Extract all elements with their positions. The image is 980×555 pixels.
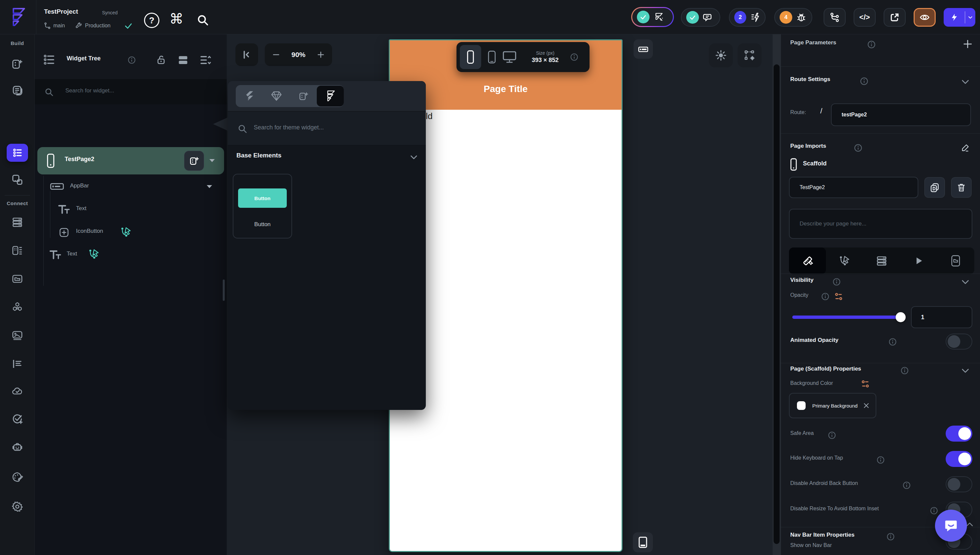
- lock-icon[interactable]: [155, 55, 167, 66]
- clear-color-icon[interactable]: [862, 402, 870, 409]
- environment-name[interactable]: Production: [85, 23, 111, 29]
- settings-gear-icon[interactable]: [11, 500, 23, 513]
- preview-eye-button[interactable]: [914, 8, 936, 27]
- cloud-functions-icon[interactable]: [11, 385, 23, 397]
- chevron-down-icon[interactable]: [960, 77, 970, 87]
- chevron-down-icon[interactable]: [409, 152, 418, 162]
- search-icon[interactable]: [196, 13, 210, 27]
- palette-item-button[interactable]: Button Button: [233, 174, 292, 239]
- tab-page-files[interactable]: [937, 247, 974, 274]
- tree-node-appbar[interactable]: AppBar: [35, 177, 227, 196]
- zoom-in-button[interactable]: [317, 51, 325, 59]
- view-code-button[interactable]: </>: [853, 8, 876, 27]
- flutterflow-logo-icon[interactable]: [10, 7, 27, 27]
- chevron-down-icon[interactable]: [960, 277, 970, 287]
- info-icon[interactable]: [888, 338, 897, 346]
- comments-status-button[interactable]: [681, 8, 720, 27]
- tab-design-active[interactable]: [789, 247, 826, 274]
- set-from-variable-icon[interactable]: [860, 379, 870, 389]
- device-phone-button[interactable]: [460, 45, 481, 69]
- info-icon[interactable]: [876, 456, 885, 464]
- collapse-panel-button[interactable]: [235, 43, 258, 66]
- size-value[interactable]: 393 × 852: [524, 57, 567, 64]
- ai-agent-icon[interactable]: [11, 441, 23, 453]
- widget-tree-nav-active[interactable]: [7, 144, 28, 162]
- hide-keyboard-toggle[interactable]: [946, 451, 972, 467]
- database-icon[interactable]: [11, 216, 23, 228]
- tree-node-text-1[interactable]: Text: [35, 201, 227, 219]
- tab-animations[interactable]: [900, 247, 937, 274]
- edit-pencil-icon[interactable]: [960, 143, 970, 153]
- tab-backend[interactable]: [863, 247, 900, 274]
- tab-premium-widgets[interactable]: [263, 86, 290, 106]
- integrations-icon[interactable]: [11, 301, 23, 313]
- media-assets-icon[interactable]: [11, 329, 23, 342]
- info-icon[interactable]: [853, 143, 863, 152]
- help-icon[interactable]: ?: [144, 13, 159, 28]
- device-desktop-button[interactable]: [503, 50, 517, 64]
- info-icon[interactable]: [127, 56, 136, 64]
- open-external-button[interactable]: [884, 8, 906, 27]
- page-selector-icon[interactable]: [11, 84, 23, 96]
- branch-manager-button[interactable]: [824, 8, 845, 27]
- canvas-settings-button[interactable]: [738, 43, 762, 67]
- info-icon[interactable]: [860, 77, 869, 86]
- animated-opacity-toggle[interactable]: [946, 334, 972, 350]
- chevron-down-icon[interactable]: [960, 366, 970, 375]
- tree-node-text-2[interactable]: Text: [35, 246, 227, 265]
- tab-components[interactable]: [290, 86, 317, 106]
- storage-folder-icon[interactable]: [11, 273, 23, 285]
- page-name-input[interactable]: TestPage2: [789, 177, 918, 198]
- collapse-caret-icon[interactable]: [210, 159, 215, 162]
- command-menu-icon[interactable]: ⌘: [170, 11, 183, 27]
- run-button[interactable]: [944, 8, 975, 27]
- info-icon[interactable]: [828, 431, 836, 440]
- info-icon[interactable]: [832, 278, 841, 286]
- tree-node-iconbutton[interactable]: IconButton: [35, 223, 227, 242]
- data-types-icon[interactable]: [11, 244, 23, 257]
- components-icon[interactable]: [11, 174, 23, 186]
- widget-palette-icon[interactable]: [11, 58, 23, 70]
- info-icon[interactable]: [930, 506, 938, 515]
- keyboard-toggle-button[interactable]: [634, 39, 653, 59]
- info-icon[interactable]: [900, 366, 909, 375]
- duplicate-button[interactable]: [924, 177, 945, 198]
- opacity-value-input[interactable]: 1: [911, 306, 972, 328]
- widget-search-field[interactable]: Search for widget...: [35, 79, 227, 104]
- theme-palette-icon[interactable]: [11, 471, 23, 483]
- delete-button[interactable]: [951, 177, 972, 198]
- info-icon[interactable]: [867, 40, 876, 49]
- page-description-input[interactable]: Describe your page here...: [789, 209, 972, 239]
- tab-actions[interactable]: [826, 247, 863, 274]
- tab-theme-widgets[interactable]: [317, 86, 344, 106]
- add-widget-button[interactable]: [184, 151, 204, 171]
- background-color-chip[interactable]: Primary Background: [789, 393, 876, 418]
- info-icon[interactable]: [821, 292, 829, 301]
- collapse-caret-icon[interactable]: [207, 185, 212, 188]
- branch-name[interactable]: main: [53, 23, 65, 29]
- panel-scrollbar-thumb[interactable]: [773, 64, 780, 544]
- tests-icon[interactable]: [11, 413, 23, 425]
- run-options-chevron-icon[interactable]: [965, 14, 975, 20]
- info-icon[interactable]: [570, 53, 578, 61]
- tree-scrollbar-thumb[interactable]: [223, 279, 225, 301]
- opacity-slider-track[interactable]: [792, 316, 903, 319]
- support-chat-button[interactable]: [935, 510, 967, 542]
- info-icon[interactable]: [886, 532, 895, 541]
- zoom-out-button[interactable]: [272, 51, 280, 59]
- theme-widget-search-field[interactable]: Search for theme widget...: [228, 111, 426, 146]
- sort-collapse-icon[interactable]: [199, 55, 212, 66]
- add-parameter-button[interactable]: [962, 38, 974, 50]
- disable-back-button-toggle[interactable]: [946, 476, 972, 492]
- actions-status-button[interactable]: 2: [729, 8, 765, 27]
- panels-icon[interactable]: [177, 54, 189, 66]
- safe-area-toggle[interactable]: [946, 425, 972, 441]
- route-input[interactable]: testPage2: [831, 103, 971, 126]
- opacity-slider-thumb[interactable]: [896, 312, 906, 322]
- info-icon[interactable]: [902, 481, 911, 489]
- custom-text-icon[interactable]: [11, 358, 23, 370]
- set-from-variable-icon[interactable]: [834, 292, 844, 302]
- bottom-bar-toggle-button[interactable]: [633, 532, 653, 552]
- tab-flutter-widgets[interactable]: [236, 86, 263, 106]
- device-tablet-button[interactable]: [487, 50, 496, 64]
